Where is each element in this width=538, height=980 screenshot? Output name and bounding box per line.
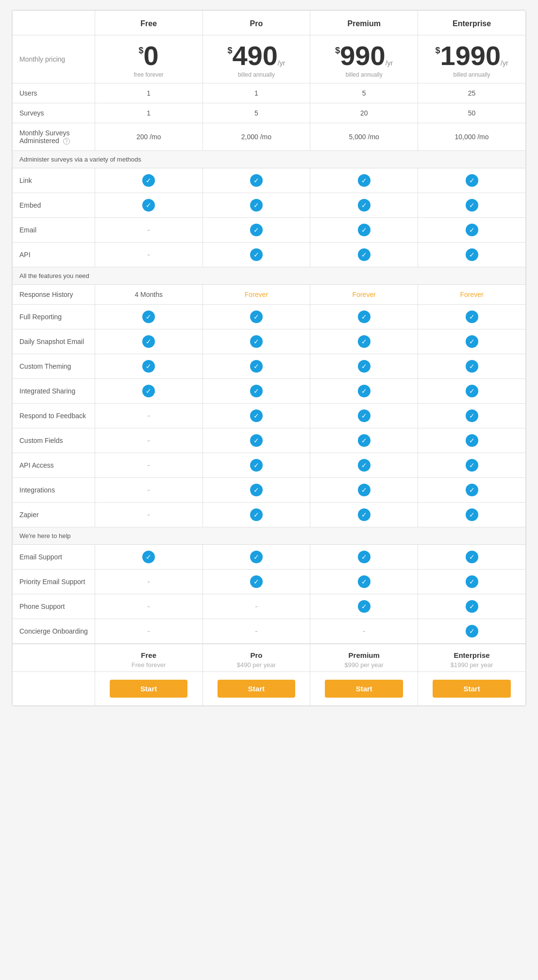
plan-enterprise-header: Enterprise [418,11,526,35]
check-icon: ✓ [466,174,478,187]
check-icon: ✓ [358,551,370,563]
check-icon: ✓ [250,484,263,496]
full-reporting-row: Full Reporting ✓ ✓ ✓ ✓ [13,305,526,329]
rf-enterprise: ✓ [418,404,526,428]
integrated-sharing-row: Integrated Sharing ✓ ✓ ✓ ✓ [13,379,526,404]
premium-amount: 990 [340,42,385,69]
start-pro-button[interactable]: Start [218,680,296,698]
respond-feedback-label: Respond to Feedback [13,404,95,428]
check-icon: ✓ [358,385,370,397]
dash-icon: - [147,602,150,611]
daily-snapshot-label: Daily Snapshot Email [13,329,95,354]
check-icon: ✓ [466,434,478,447]
monthly-admin-label: Monthly Surveys Administered ? [13,123,95,151]
free-sub: free forever [100,71,198,78]
check-icon: ✓ [358,459,370,472]
check-icon: ✓ [358,600,370,613]
check-icon: ✓ [358,575,370,588]
dash-icon: - [147,485,150,495]
footer-premium-price: $990 per year [315,661,413,669]
ps-premium: ✓ [310,594,418,619]
surveys-pro: 5 [202,103,310,123]
premium-sub: billed annually [315,71,413,78]
ds-enterprise: ✓ [418,329,526,354]
footer-btn-enterprise-cell: Start [418,672,526,706]
rh-free: 4 Months [95,285,202,305]
section2-header: All the features you need [13,267,526,285]
custom-theming-label: Custom Theming [13,354,95,379]
email-support-row: Email Support ✓ ✓ ✓ ✓ [13,545,526,570]
aa-pro: ✓ [202,453,310,478]
check-icon: ✓ [142,385,155,397]
footer-free-price: Free forever [100,661,198,669]
monthly-admin-premium: 5,000 /mo [310,123,418,151]
custom-theming-row: Custom Theming ✓ ✓ ✓ ✓ [13,354,526,379]
email-pro: ✓ [202,218,310,243]
start-enterprise-button[interactable]: Start [433,680,511,698]
link-free: ✓ [95,168,202,193]
users-free: 1 [95,83,202,103]
api-premium: ✓ [310,243,418,267]
cf-premium: ✓ [310,428,418,453]
dash-icon: - [147,225,150,235]
section2-label: All the features you need [13,267,526,285]
check-icon: ✓ [250,360,263,373]
co-pro: - [202,619,310,644]
section1-header: Administer surveys via a variety of meth… [13,151,526,168]
price-enterprise: $ 1990 /yr billed annually [418,35,526,83]
users-enterprise: 25 [418,83,526,103]
footer-premium: Premium $990 per year [310,644,418,672]
dash-icon: - [255,626,258,636]
co-enterprise: ✓ [418,619,526,644]
footer-btn-row: Start Start Start Start [13,672,526,706]
check-icon: ✓ [250,575,263,588]
check-icon: ✓ [358,434,370,447]
check-icon: ✓ [466,551,478,563]
check-icon: ✓ [250,199,263,212]
monthly-admin-enterprise: 10,000 /mo [418,123,526,151]
int-enterprise: ✓ [418,478,526,503]
pe-premium: ✓ [310,570,418,594]
pro-amount: 490 [232,42,277,69]
enterprise-sub: billed annually [423,71,521,78]
zapier-label: Zapier [13,503,95,527]
email-free: - [95,218,202,243]
check-icon: ✓ [358,335,370,348]
check-icon: ✓ [358,248,370,261]
check-icon: ✓ [358,224,370,236]
embed-premium: ✓ [310,193,418,218]
start-premium-button[interactable]: Start [325,680,403,698]
price-pro: $ 490 /yr billed annually [202,35,310,83]
forever-text: Forever [460,291,483,298]
footer-plan-row: Free Free forever Pro $490 per year Prem… [13,644,526,672]
check-icon: ✓ [250,224,263,236]
check-icon: ✓ [466,248,478,261]
start-free-button[interactable]: Start [110,680,188,698]
monthly-pricing-label: Monthly pricing [13,35,95,83]
concierge-label: Concierge Onboarding [13,619,95,644]
ct-free: ✓ [95,354,202,379]
footer-enterprise-price: $1990 per year [423,661,521,669]
footer-pro-name: Pro [208,651,305,659]
pricing-row: Monthly pricing $ 0 free forever $ 490 /… [13,35,526,83]
pro-sub: billed annually [208,71,305,78]
aa-free: - [95,453,202,478]
surveys-label: Surveys [13,103,95,123]
check-icon: ✓ [358,360,370,373]
footer-btn-premium-cell: Start [310,672,418,706]
z-premium: ✓ [310,503,418,527]
users-pro: 1 [202,83,310,103]
dash-icon: - [147,250,150,260]
pe-enterprise: ✓ [418,570,526,594]
rh-premium: Forever [310,285,418,305]
concierge-row: Concierge Onboarding - - - ✓ [13,619,526,644]
email-method-row: Email - ✓ ✓ ✓ [13,218,526,243]
dash-icon: - [147,460,150,470]
check-icon: ✓ [466,600,478,613]
footer-empty [13,644,95,672]
check-icon: ✓ [466,625,478,637]
email-enterprise: ✓ [418,218,526,243]
z-free: - [95,503,202,527]
embed-label: Embed [13,193,95,218]
pe-free: - [95,570,202,594]
